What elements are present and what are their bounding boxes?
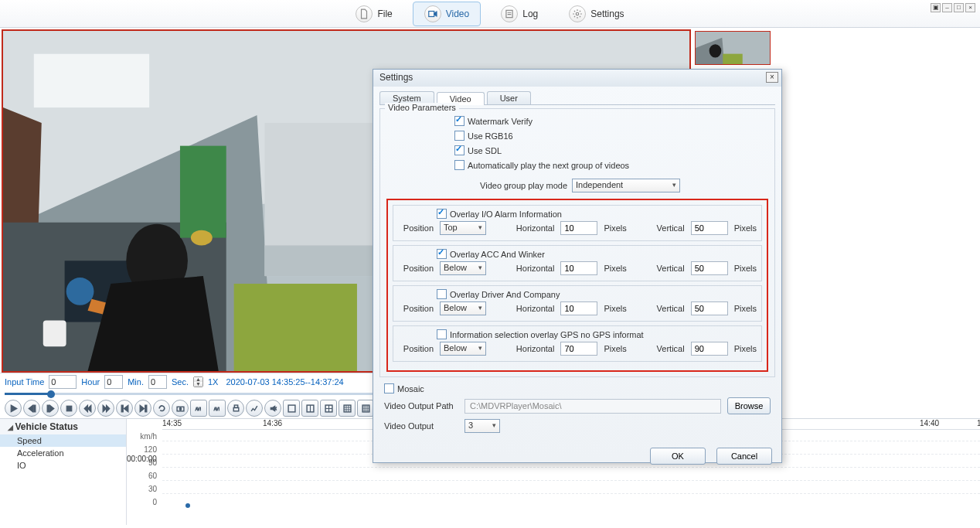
video-params-fieldset: Video Parameters Watermark Verify Use RG… bbox=[379, 108, 775, 377]
dialog-close-button[interactable]: × bbox=[766, 72, 778, 83]
chk-overlay-acc[interactable] bbox=[437, 249, 447, 259]
svg-text:AVI: AVI bbox=[213, 407, 219, 410]
driver-v-field[interactable] bbox=[691, 301, 728, 315]
chk-autoplay[interactable] bbox=[454, 160, 464, 170]
tab-settings[interactable]: Settings bbox=[558, 2, 635, 26]
layout-1-button[interactable] bbox=[283, 400, 300, 417]
prev-button[interactable] bbox=[116, 400, 133, 417]
layout-9-button[interactable] bbox=[339, 400, 356, 417]
io-h-field[interactable] bbox=[560, 221, 597, 235]
log-icon bbox=[501, 5, 518, 22]
svg-rect-24 bbox=[121, 405, 123, 412]
snapshot-button[interactable] bbox=[172, 400, 189, 417]
hour-field[interactable] bbox=[104, 375, 123, 389]
video-icon bbox=[424, 5, 441, 22]
chk-sdl[interactable] bbox=[454, 145, 464, 155]
speed-label: 1X bbox=[208, 377, 218, 387]
layout-4-button[interactable] bbox=[320, 400, 337, 417]
tab-file-label: File bbox=[377, 9, 392, 19]
camera-thumbnail[interactable] bbox=[695, 31, 771, 65]
acc-h-field[interactable] bbox=[560, 261, 597, 275]
group-mode-combo[interactable]: Independent bbox=[572, 179, 680, 192]
driver-h-field[interactable] bbox=[560, 301, 597, 315]
overlay-acc-block: Overlay ACC And Winker Position Below Ho… bbox=[393, 245, 762, 281]
input-time-field[interactable] bbox=[49, 375, 77, 389]
file-icon bbox=[356, 5, 373, 22]
vstatus-item-speed[interactable]: Speed bbox=[0, 434, 126, 447]
settings-dialog: Settings × System Video User Video Param… bbox=[373, 69, 782, 463]
mute-button[interactable] bbox=[264, 400, 281, 417]
tab-log-label: Log bbox=[522, 9, 538, 19]
avi-button[interactable]: AVI bbox=[190, 400, 207, 417]
svg-rect-31 bbox=[234, 405, 237, 407]
svg-rect-21 bbox=[33, 405, 35, 412]
pos-acc-combo[interactable]: Below bbox=[440, 261, 486, 275]
cancel-button[interactable]: Cancel bbox=[716, 448, 772, 465]
chk-overlay-driver[interactable] bbox=[437, 289, 447, 299]
win-btn-min[interactable]: – bbox=[942, 3, 952, 12]
input-time-label: Input Time bbox=[5, 377, 44, 387]
layout-16-button[interactable] bbox=[357, 400, 374, 417]
loop-button[interactable] bbox=[153, 400, 170, 417]
video-output-combo[interactable]: 3 bbox=[464, 419, 500, 433]
pos-driver-combo[interactable]: Below bbox=[440, 301, 486, 315]
chart-time-zero: 00:00:00 bbox=[127, 455, 157, 463]
ffwd-button[interactable] bbox=[97, 400, 114, 417]
chart-y-labels: km/h 120 90 60 30 0 bbox=[127, 430, 159, 509]
win-btn-1[interactable]: ▣ bbox=[931, 3, 941, 12]
svg-point-27 bbox=[179, 407, 182, 410]
avi2-button[interactable]: AVI bbox=[209, 400, 226, 417]
step-fwd-button[interactable] bbox=[42, 400, 59, 417]
svg-point-39 bbox=[709, 44, 722, 57]
gps-v-field[interactable] bbox=[691, 342, 728, 356]
svg-rect-23 bbox=[66, 406, 72, 411]
dtab-user[interactable]: User bbox=[487, 91, 531, 104]
print-button[interactable] bbox=[227, 400, 244, 417]
settings-icon bbox=[569, 5, 586, 22]
next-button[interactable] bbox=[134, 400, 151, 417]
ok-button[interactable]: OK bbox=[650, 448, 706, 465]
tab-video[interactable]: Video bbox=[413, 2, 481, 26]
min-field[interactable] bbox=[148, 375, 167, 389]
dialog-title: Settings × bbox=[373, 70, 781, 87]
acc-v-field[interactable] bbox=[691, 261, 728, 275]
rewind-button[interactable] bbox=[79, 400, 96, 417]
vstatus-item-io[interactable]: IO bbox=[0, 459, 126, 472]
sec-spinner[interactable]: ▲▼ bbox=[193, 376, 203, 387]
pos-io-combo[interactable]: Top bbox=[440, 221, 486, 235]
win-btn-close[interactable]: × bbox=[965, 3, 975, 12]
svg-rect-25 bbox=[145, 405, 146, 412]
chk-watermark[interactable] bbox=[454, 116, 464, 126]
chart-button[interactable] bbox=[246, 400, 263, 417]
time-range: 2020-07-03 14:35:25--14:37:24 bbox=[226, 377, 343, 387]
top-toolbar: File Video Log Settings ▣ – □ × bbox=[0, 0, 980, 28]
svg-point-18 bbox=[191, 230, 213, 246]
vstatus-item-accel[interactable]: Acceleration bbox=[0, 447, 126, 459]
chk-overlay-io[interactable] bbox=[437, 209, 447, 219]
svg-rect-22 bbox=[47, 405, 49, 412]
chk-mosaic[interactable] bbox=[384, 383, 394, 393]
gps-h-field[interactable] bbox=[560, 342, 597, 356]
video-output-path-field[interactable]: C:\MDVRPlayer\Mosaic\ bbox=[464, 399, 721, 414]
svg-rect-15 bbox=[234, 284, 357, 371]
chk-overlay-gps[interactable] bbox=[437, 329, 447, 339]
win-btn-max[interactable]: □ bbox=[954, 3, 964, 12]
step-back-button[interactable] bbox=[23, 400, 40, 417]
tab-file[interactable]: File bbox=[345, 2, 403, 26]
vehicle-status-title: Vehicle Status bbox=[0, 419, 126, 434]
sec-label: Sec. bbox=[172, 377, 189, 387]
overlay-gps-block: Information selection overlay GPS no GPS… bbox=[393, 325, 762, 362]
browse-button[interactable]: Browse bbox=[727, 397, 771, 414]
io-v-field[interactable] bbox=[691, 221, 728, 235]
play-button[interactable] bbox=[5, 400, 22, 417]
chk-rgb16[interactable] bbox=[454, 131, 464, 141]
stop-button[interactable] bbox=[60, 400, 77, 417]
pos-gps-combo[interactable]: Below bbox=[440, 342, 486, 356]
vehicle-status-list: Vehicle Status Speed Acceleration IO bbox=[0, 419, 127, 525]
overlay-io-block: Overlay I/O Alarm Information Position T… bbox=[393, 205, 762, 241]
svg-rect-32 bbox=[288, 405, 295, 412]
chart-data-point bbox=[185, 503, 190, 508]
layout-2-button[interactable] bbox=[301, 400, 318, 417]
tab-log[interactable]: Log bbox=[490, 2, 549, 26]
min-label: Min. bbox=[128, 377, 144, 387]
